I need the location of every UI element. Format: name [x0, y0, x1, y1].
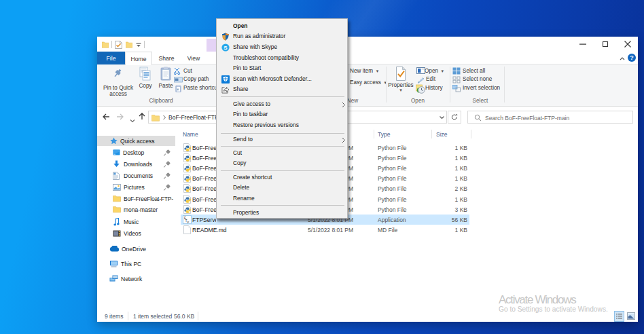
svg-text:S: S	[223, 45, 228, 51]
